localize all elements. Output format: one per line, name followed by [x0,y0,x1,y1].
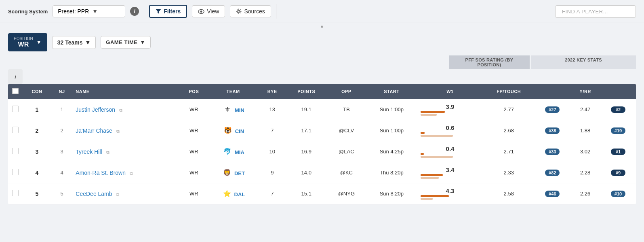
view-button[interactable]: View [192,5,225,17]
row-start: Sun 4:25p [366,141,417,162]
row-pos: WR [180,162,208,183]
table-row: 4 4 Amon-Ra St. Brown ⧉ WR 🦁 DET 9 14.0 … [8,162,636,183]
row-checkbox[interactable] [8,183,23,204]
row-w1: 3.4 [417,162,483,183]
row-yrr-badge: #19 [600,120,636,141]
info-icon[interactable]: i [130,7,139,16]
row-checkbox[interactable] [8,120,23,141]
row-yrr: 3.02 [570,141,600,162]
row-nj: 1 [51,99,72,120]
row-opp: @KC [327,162,366,183]
row-fptouch-badge: #27 [535,99,570,120]
col-pos: POS [180,84,208,99]
row-start: Sun 1:00p [366,99,417,120]
row-yrr: 2.28 [570,162,600,183]
copy-icon[interactable]: ⧉ [106,150,109,155]
row-yrr-badge: #9 [600,162,636,183]
row-pos: WR [180,120,208,141]
row-fptouch: 2.58 [483,183,535,204]
col-name: NAME [72,84,180,99]
row-nj: 3 [51,141,72,162]
sources-button[interactable]: Sources [230,5,271,17]
teams-button[interactable]: 32 Teams ▼ [52,36,96,49]
row-bye: 10 [259,141,286,162]
col-w1: W1 [417,84,483,99]
col-bye: BYE [259,84,286,99]
player-table: CON NJ NAME POS TEAM BYE POINTS OPP STAR… [8,84,636,204]
row-checkbox[interactable] [8,141,23,162]
row-nj: 5 [51,183,72,204]
row-fptouch: 2.68 [483,120,535,141]
row-points: 16.9 [286,141,327,162]
row-team: ⚜ MIN [208,99,259,120]
row-name[interactable]: Ja'Marr Chase ⧉ [72,120,180,141]
row-checkbox[interactable] [8,99,23,120]
gametime-button[interactable]: GAME TIME ▼ [101,36,151,49]
copy-icon[interactable]: ⧉ [130,171,133,176]
col-nj: NJ [51,84,72,99]
table-section: PFF SOS RATING (BY POSITION) 2022 KEY ST… [0,55,644,212]
team-logo: ⭐ [221,188,233,200]
team-logo: 🦁 [221,167,233,178]
filter-caret: ▲ [0,23,644,29]
row-name[interactable]: Justin Jefferson ⧉ [72,99,180,120]
table-header-row: CON NJ NAME POS TEAM BYE POINTS OPP STAR… [8,84,636,99]
copy-icon[interactable]: ⧉ [119,108,122,113]
team-abbr[interactable]: DAL [234,191,245,197]
row-pos: WR [180,183,208,204]
row-yrr-badge: #10 [600,183,636,204]
table-row: 3 3 Tyreek Hill ⧉ WR 🐬 MIA 10 16.9 @LAC … [8,141,636,162]
row-yrr: 2.47 [570,99,600,120]
team-abbr[interactable]: MIN [235,107,244,113]
row-points: 15.1 [286,183,327,204]
row-opp: @LAC [327,141,366,162]
row-points: 17.1 [286,120,327,141]
team-logo: 🐬 [222,146,233,157]
row-fptouch-badge: #33 [535,141,570,162]
col-fptouch-badge [535,84,570,99]
team-abbr[interactable]: DET [234,170,245,176]
scoring-preset-select[interactable]: Preset: PPR ▼ [53,5,125,17]
col-start: START [366,84,417,99]
find-player-input[interactable]: FIND A PLAYER... [555,5,636,18]
row-opp: TB [327,99,366,120]
position-button[interactable]: POSITION WR ▼ [8,33,47,51]
table-row: 5 5 CeeDee Lamb ⧉ WR ⭐ DAL 7 15.1 @NYG S… [8,183,636,204]
table-row: 1 1 Justin Jefferson ⧉ WR ⚜ MIN 13 19.1 … [8,99,636,120]
row-fptouch: 2.71 [483,141,535,162]
row-bye: 9 [259,162,286,183]
row-opp: @NYG [327,183,366,204]
copy-icon[interactable]: ⧉ [116,192,119,197]
row-w1: 3.9 [417,99,483,120]
filter-button[interactable]: Filters [149,5,187,18]
second-bar: POSITION WR ▼ 32 Teams ▼ GAME TIME ▼ [0,29,644,55]
row-pos: WR [180,141,208,162]
gear-icon [236,8,242,14]
table-info-icon[interactable]: i [8,69,23,84]
teams-arrow-icon: ▼ [85,39,90,46]
row-fptouch: 2.77 [483,99,535,120]
row-yrr-badge: #2 [600,99,636,120]
copy-icon[interactable]: ⧉ [116,129,120,134]
team-abbr[interactable]: CIN [235,128,244,134]
row-rank: 5 [23,183,51,204]
row-checkbox[interactable] [8,162,23,183]
team-abbr[interactable]: MIA [235,149,244,155]
row-nj: 2 [51,120,72,141]
row-points: 19.1 [286,99,327,120]
row-team: 🐬 MIA [208,141,259,162]
row-bye: 7 [259,120,286,141]
select-all-checkbox[interactable] [8,84,23,99]
row-w1: 4.3 [417,183,483,204]
divider-2 [276,4,276,19]
player-table-wrapper: CON NJ NAME POS TEAM BYE POINTS OPP STAR… [8,84,636,204]
position-arrow-icon: ▼ [36,39,42,45]
key-stats-header: 2022 KEY STATS [531,55,636,69]
row-name[interactable]: Amon-Ra St. Brown ⧉ [72,162,180,183]
top-bar: Scoring System Preset: PPR ▼ i Filters V… [0,0,644,23]
row-name[interactable]: CeeDee Lamb ⧉ [72,183,180,204]
row-start: Thu 8:20p [366,162,417,183]
row-rank: 1 [23,99,51,120]
row-yrr: 1.88 [570,120,600,141]
row-name[interactable]: Tyreek Hill ⧉ [72,141,180,162]
